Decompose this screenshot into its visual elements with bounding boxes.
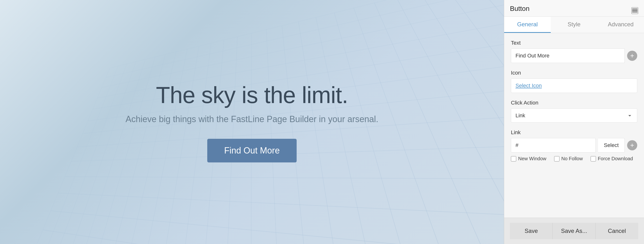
panel-title: Button [510,5,530,16]
preview-area: The sky is the limit. Achieve big things… [0,0,504,244]
tab-style[interactable]: Style [551,17,598,33]
link-field-group: Link Select + New Window No Follow For [511,129,637,162]
force-download-checkbox[interactable] [590,156,596,162]
new-window-checkbox-label[interactable]: New Window [511,156,546,162]
panel-body: Text + Icon Select Icon Click Action Lin… [504,33,644,218]
icon-field-label: Icon [511,70,637,76]
link-input-row: Select + [511,138,637,153]
no-follow-label: No Follow [562,156,583,162]
svg-rect-1 [632,10,638,11]
new-window-label: New Window [518,156,546,162]
force-download-label: Force Download [598,156,633,162]
text-input-row: + [511,48,637,63]
link-input[interactable] [511,138,596,153]
link-add-button[interactable]: + [627,140,637,150]
panel-footer: Save Save As... Cancel [504,218,644,244]
preview-content: The sky is the limit. Achieve big things… [126,82,378,162]
preview-title: The sky is the limit. [126,82,378,108]
tab-general[interactable]: General [504,17,551,33]
click-action-label: Click Action [511,100,637,106]
svg-rect-2 [632,11,638,12]
no-follow-checkbox-label[interactable]: No Follow [554,156,583,162]
save-as-button[interactable]: Save As... [553,223,596,239]
preview-subtitle: Achieve big things with the FastLine Pag… [126,114,378,124]
button-panel: Button General Style Advanced Text + Ico… [504,0,644,244]
click-action-select[interactable]: Link Lightbox Custom [511,108,637,123]
tab-advanced[interactable]: Advanced [598,17,644,33]
text-add-button[interactable]: + [627,51,637,61]
cancel-button[interactable]: Cancel [596,223,638,239]
svg-rect-0 [632,9,638,9]
icon-field-group: Icon Select Icon [511,70,637,93]
panel-header: Button [504,0,644,17]
text-field-group: Text + [511,40,637,63]
icon-select-button[interactable]: Select Icon [511,78,637,93]
force-download-checkbox-label[interactable]: Force Download [590,156,633,162]
text-field-label: Text [511,40,637,46]
preview-button[interactable]: Find Out More [207,139,297,162]
text-input[interactable] [511,48,625,63]
link-field-label: Link [511,129,637,136]
minimize-button[interactable] [632,7,638,14]
new-window-checkbox[interactable] [511,156,516,162]
click-action-field-group: Click Action Link Lightbox Custom [511,100,637,123]
save-button[interactable]: Save [510,223,553,239]
tabs-container: General Style Advanced [504,17,644,33]
link-select-button[interactable]: Select [598,138,625,153]
no-follow-checkbox[interactable] [554,156,560,162]
link-options-row: New Window No Follow Force Download [511,156,637,162]
